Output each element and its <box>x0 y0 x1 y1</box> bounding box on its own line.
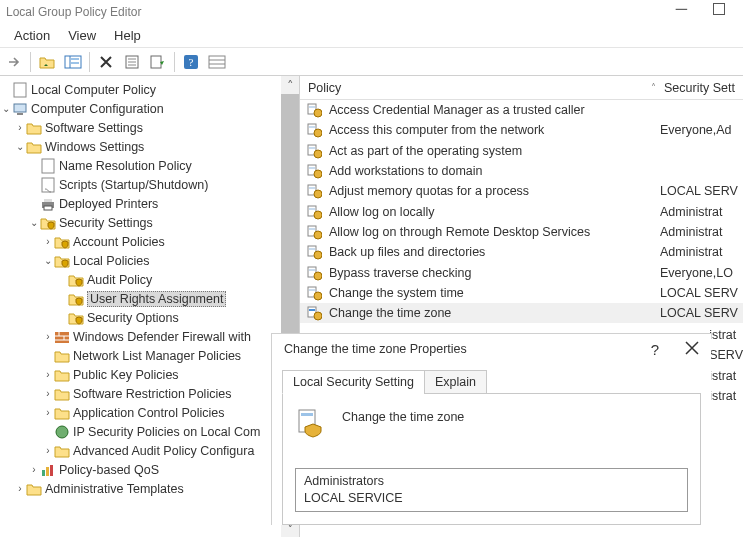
col-security[interactable]: Security Sett <box>660 81 743 95</box>
policy-row[interactable]: Change the time zoneLOCAL SERV <box>300 303 743 323</box>
dialog-help-icon[interactable]: ? <box>651 341 659 358</box>
policy-icon <box>306 285 322 301</box>
list-icon[interactable] <box>205 50 229 74</box>
tree-srp[interactable]: Software Restriction Policies <box>73 387 231 401</box>
tree-wdf[interactable]: Windows Defender Firewall with <box>73 330 251 344</box>
menu-help[interactable]: Help <box>114 28 141 43</box>
folder-icon <box>54 348 70 364</box>
svg-rect-56 <box>309 269 315 271</box>
policy-row[interactable]: Act as part of the operating system <box>300 141 743 161</box>
tab-explain[interactable]: Explain <box>424 370 487 394</box>
separator <box>89 52 90 72</box>
policy-row[interactable]: Change the system timeLOCAL SERV <box>300 283 743 303</box>
menu-view[interactable]: View <box>68 28 96 43</box>
tree-security[interactable]: Security Settings <box>59 216 153 230</box>
users-listbox[interactable]: Administrators LOCAL SERVICE <box>295 468 688 512</box>
tree-computer-config[interactable]: Computer Configuration <box>31 102 164 116</box>
forward-icon[interactable] <box>2 50 26 74</box>
policy-row[interactable]: Access Credential Manager as a trusted c… <box>300 100 743 120</box>
caret-down-icon[interactable]: ⌄ <box>14 141 26 152</box>
svg-rect-16 <box>17 113 23 115</box>
caret-right-icon[interactable]: › <box>14 483 26 494</box>
col-policy[interactable]: Policy˄ <box>300 81 660 95</box>
svg-rect-41 <box>309 167 315 169</box>
tree-printers[interactable]: Deployed Printers <box>59 197 158 211</box>
tree-ura[interactable]: User Rights Assignment <box>87 291 226 307</box>
dialog-heading: Change the time zone <box>342 406 464 424</box>
svg-rect-53 <box>309 248 315 250</box>
tree[interactable]: Local Computer Policy ⌄Computer Configur… <box>0 76 299 502</box>
tree-pkp[interactable]: Public Key Policies <box>73 368 179 382</box>
tree-acp[interactable]: Application Control Policies <box>73 406 224 420</box>
policy-icon <box>306 143 322 159</box>
policy-row[interactable]: Bypass traverse checkingEveryone,LO <box>300 262 743 282</box>
caret-right-icon[interactable]: › <box>42 388 54 399</box>
folder-icon <box>54 405 70 421</box>
folder-up-icon[interactable] <box>35 50 59 74</box>
policy-icon <box>306 305 322 321</box>
tree-software[interactable]: Software Settings <box>45 121 143 135</box>
titlebar: Local Group Policy Editor ─ <box>0 0 743 23</box>
svg-point-27 <box>56 426 68 438</box>
caret-right-icon[interactable]: › <box>42 445 54 456</box>
tree-aapc[interactable]: Advanced Audit Policy Configura <box>73 444 254 458</box>
svg-rect-17 <box>42 159 54 173</box>
policy-row[interactable]: Allow log on locallyAdministrat <box>300 201 743 221</box>
minimize-icon[interactable]: ─ <box>676 0 687 18</box>
caret-down-icon[interactable]: ⌄ <box>42 255 54 266</box>
svg-rect-2 <box>71 58 79 60</box>
caret-right-icon[interactable]: › <box>42 369 54 380</box>
policy-icon <box>306 244 322 260</box>
help-icon[interactable]: ? <box>179 50 203 74</box>
policy-row[interactable]: Access this computer from the networkEve… <box>300 120 743 140</box>
svg-rect-38 <box>309 147 315 149</box>
tree-localpol[interactable]: Local Policies <box>73 254 149 268</box>
properties-icon[interactable] <box>120 50 144 74</box>
tree-ipsec[interactable]: IP Security Policies on Local Com <box>73 425 260 439</box>
policy-icon <box>306 204 322 220</box>
firewall-icon <box>54 329 70 345</box>
shield-folder-icon <box>68 310 84 326</box>
svg-rect-44 <box>309 187 315 189</box>
caret-right-icon[interactable]: › <box>28 464 40 475</box>
tree-root[interactable]: Local Computer Policy <box>31 83 156 97</box>
caret-right-icon[interactable]: › <box>14 122 26 133</box>
export-icon[interactable] <box>146 50 170 74</box>
dialog-close-icon[interactable] <box>685 341 699 358</box>
policy-row[interactable]: Add workstations to domain <box>300 161 743 181</box>
svg-point-33 <box>314 109 322 117</box>
svg-point-36 <box>314 129 322 137</box>
folder-icon <box>26 481 42 497</box>
policy-name: Change the system time <box>329 286 464 300</box>
shield-folder-icon <box>40 215 56 231</box>
caret-right-icon[interactable]: › <box>42 331 54 342</box>
tab-local-security[interactable]: Local Security Setting <box>282 370 425 394</box>
caret-down-icon[interactable]: ⌄ <box>28 217 40 228</box>
toolbar: ? <box>0 48 743 76</box>
maximize-icon[interactable] <box>713 3 725 15</box>
tree-nlmp[interactable]: Network List Manager Policies <box>73 349 241 363</box>
tree-nameres[interactable]: Name Resolution Policy <box>59 159 192 173</box>
policy-row[interactable]: Back up files and directoriesAdministrat <box>300 242 743 262</box>
tree-windows[interactable]: Windows Settings <box>45 140 144 154</box>
policy-row[interactable]: Allow log on through Remote Desktop Serv… <box>300 222 743 242</box>
computer-icon <box>12 101 28 117</box>
caret-right-icon[interactable]: › <box>42 236 54 247</box>
tree-audit[interactable]: Audit Policy <box>87 273 152 287</box>
tree-secopt[interactable]: Security Options <box>87 311 179 325</box>
tree-admintmpl[interactable]: Administrative Templates <box>45 482 184 496</box>
toggle-tree-icon[interactable] <box>61 50 85 74</box>
tree-scripts[interactable]: Scripts (Startup/Shutdown) <box>59 178 208 192</box>
menu-action[interactable]: Action <box>14 28 50 43</box>
tree-pbq[interactable]: Policy-based QoS <box>59 463 159 477</box>
svg-rect-30 <box>50 465 53 476</box>
caret-right-icon[interactable]: › <box>42 407 54 418</box>
qos-icon <box>40 462 56 478</box>
scroll-up-icon[interactable]: ˄ <box>281 76 299 94</box>
policy-row[interactable]: Adjust memory quotas for a processLOCAL … <box>300 181 743 201</box>
dialog-tabs: Local Security Setting Explain <box>282 370 701 394</box>
caret-down-icon[interactable]: ⌄ <box>0 103 12 114</box>
tree-account[interactable]: Account Policies <box>73 235 165 249</box>
policy-security: LOCAL SERV <box>660 286 743 300</box>
delete-icon[interactable] <box>94 50 118 74</box>
